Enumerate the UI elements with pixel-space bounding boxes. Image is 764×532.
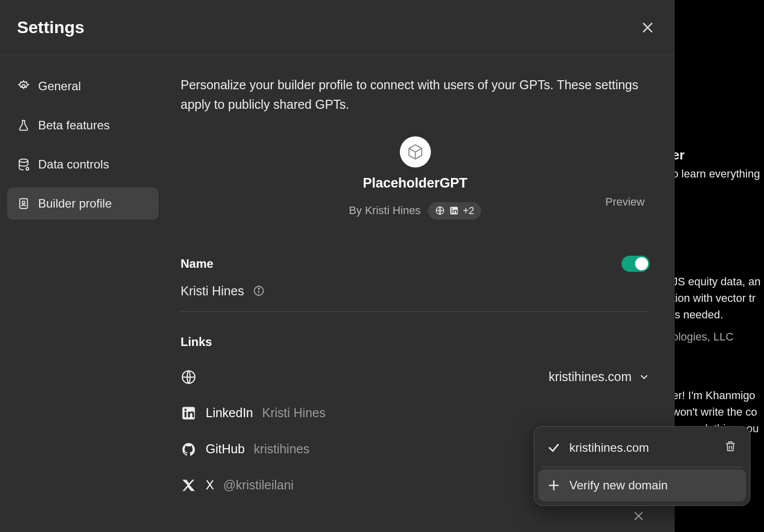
social-more-count: +2: [463, 205, 475, 217]
profile-avatar: [400, 136, 431, 167]
byline-text: By Kristi Hines: [349, 204, 421, 217]
social-links-pill[interactable]: +2: [428, 202, 482, 220]
plus-icon: [547, 479, 560, 492]
verify-new-domain-label: Verify new domain: [569, 478, 668, 492]
name-label: Name: [181, 257, 213, 271]
info-icon[interactable]: [253, 285, 265, 297]
gear-icon: [17, 80, 30, 93]
divider: [181, 311, 650, 312]
close-icon: [633, 510, 645, 522]
sidebar-item-label: Data controls: [38, 157, 109, 171]
sidebar-item-builder-profile[interactable]: Builder profile: [7, 188, 159, 220]
x-label: X: [206, 478, 214, 492]
name-toggle[interactable]: [622, 256, 650, 272]
sidebar-item-data-controls[interactable]: Data controls: [7, 148, 159, 181]
toggle-knob: [635, 257, 648, 270]
check-icon: [547, 441, 560, 454]
sidebar-item-general[interactable]: General: [7, 70, 159, 102]
svg-rect-9: [451, 210, 452, 213]
close-icon: [641, 21, 655, 35]
profile-title: PlaceholderGPT: [363, 175, 468, 191]
bg-text: er! I'm Khanmigo: [672, 387, 755, 404]
linkedin-icon: [449, 206, 459, 216]
name-section: Name Kristi Hines: [181, 256, 650, 312]
svg-point-4: [26, 167, 29, 170]
remove-link-button[interactable]: [633, 510, 645, 524]
dropdown-divider: [542, 467, 742, 467]
cube-icon: [407, 143, 424, 160]
page-title: Settings: [17, 18, 84, 37]
intro-text: Personalize your builder profile to conn…: [181, 75, 642, 114]
domain-option-label: kristihines.com: [569, 441, 649, 455]
bg-text: tion with vector tr: [672, 290, 755, 306]
svg-point-6: [22, 201, 25, 204]
name-value: Kristi Hines: [181, 284, 244, 298]
sidebar-item-beta-features[interactable]: Beta features: [7, 109, 159, 141]
link-row-linkedin: LinkedIn Kristi Hines: [181, 405, 650, 421]
links-label: Links: [181, 335, 650, 349]
close-button[interactable]: [638, 18, 658, 38]
modal-header: Settings: [0, 0, 675, 55]
globe-icon: [181, 369, 197, 385]
bg-text: o learn everything: [672, 165, 760, 182]
linkedin-value: Kristi Hines: [262, 406, 326, 420]
svg-point-17: [185, 409, 187, 411]
delete-domain-button[interactable]: [724, 440, 737, 456]
beaker-icon: [17, 119, 30, 132]
globe-icon: [435, 206, 445, 216]
bg-text: won't write the co: [672, 404, 757, 420]
website-domain-select[interactable]: kristihines.com: [549, 370, 650, 384]
selected-domain: kristihines.com: [549, 370, 632, 384]
sidebar-item-label: Builder profile: [38, 197, 112, 211]
verify-new-domain-button[interactable]: Verify new domain: [538, 469, 746, 501]
trash-icon: [724, 440, 737, 453]
bg-text: ologies, LLC: [672, 328, 733, 345]
svg-point-10: [451, 208, 452, 209]
profile-byline: By Kristi Hines +2: [349, 202, 482, 220]
bg-text: JS equity data, an: [672, 273, 760, 290]
svg-point-3: [19, 159, 28, 162]
domain-dropdown: kristihines.com Verify new domain: [534, 426, 750, 506]
settings-sidebar: General Beta features Data controls Buil…: [0, 55, 166, 532]
github-value: kristihines: [254, 442, 310, 456]
github-label: GitHub: [206, 442, 245, 456]
id-card-icon: [17, 197, 30, 210]
sidebar-item-label: Beta features: [38, 118, 110, 132]
sidebar-item-label: General: [38, 79, 81, 93]
preview-label: Preview: [605, 196, 645, 209]
svg-rect-16: [185, 411, 187, 417]
linkedin-label: LinkedIn: [206, 406, 253, 420]
domain-option[interactable]: kristihines.com: [538, 431, 746, 465]
profile-preview: PlaceholderGPT By Kristi Hines +2: [181, 136, 650, 220]
github-icon: [181, 441, 197, 457]
link-row-website: kristihines.com: [181, 369, 650, 385]
svg-point-13: [258, 288, 259, 289]
x-value: @kristileilani: [223, 478, 294, 492]
chevron-down-icon: [639, 372, 650, 383]
linkedin-icon: [181, 405, 197, 421]
x-twitter-icon: [181, 477, 197, 493]
bg-text: is needed.: [672, 306, 723, 323]
database-icon: [17, 158, 30, 171]
